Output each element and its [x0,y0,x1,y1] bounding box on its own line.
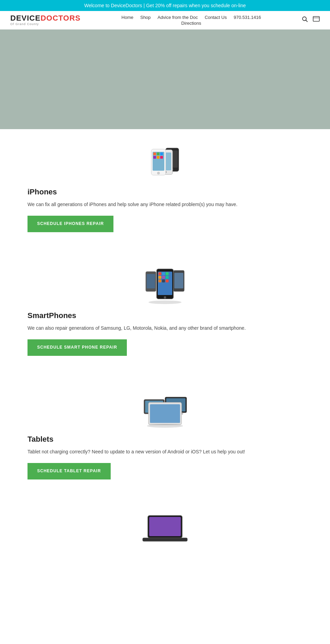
svg-rect-31 [158,279,162,282]
svg-rect-26 [162,272,165,275]
svg-rect-18 [160,156,163,159]
nav-contact[interactable]: Contact Us [205,15,227,20]
svg-point-34 [164,296,166,298]
iphones-illustration [141,143,189,181]
svg-rect-14 [157,152,160,155]
logo: DEVICEDOCTORS Of Grand County [10,14,81,26]
svg-line-1 [306,20,307,22]
iphones-section: iPhones We can fix all generations of iP… [0,129,330,253]
svg-rect-22 [147,274,155,289]
logo-doctors: DOCTORS [41,14,81,22]
schedule-iphones-button[interactable]: SCHEDULE IPHONES REPAIR [28,216,113,232]
nav-advice[interactable]: Advice from the Doc [157,15,198,20]
header: DEVICEDOCTORS Of Grand County Home Shop … [0,11,330,30]
smartphones-image-wrap [28,267,302,304]
svg-rect-16 [153,156,156,159]
nav-shop[interactable]: Shop [140,15,151,20]
svg-point-42 [181,413,183,415]
tablets-illustration [141,390,189,428]
svg-rect-41 [150,404,180,423]
svg-rect-2 [313,16,319,21]
svg-rect-30 [166,276,169,279]
logo-wordmark: DEVICEDOCTORS [10,14,81,22]
iphones-title: iPhones [28,188,302,196]
search-icon [302,16,308,22]
smartphones-illustration [141,267,189,304]
bottom-section [0,500,330,550]
svg-rect-13 [153,152,156,155]
nav-home[interactable]: Home [121,15,133,20]
schedule-smartphones-button[interactable]: SCHEDULE SMART PHONE REPAIR [28,339,127,356]
smartphones-section: SmartPhones We can also repair generatio… [0,253,330,376]
announcement-text: Welcome to DeviceDoctors | Get 20% off r… [84,3,246,8]
hero-image [0,30,330,129]
svg-rect-32 [162,279,165,282]
laptop-illustration [141,514,189,543]
svg-rect-29 [162,276,165,279]
search-button[interactable] [302,16,308,24]
laptop-image-wrap [28,514,302,543]
nav-row-1: Home Shop Advice from the Doc Contact Us… [121,15,261,20]
svg-rect-28 [158,276,162,279]
svg-point-35 [148,301,182,304]
svg-point-43 [147,424,183,428]
svg-rect-20 [174,273,183,289]
smartphones-description: We can also repair generations of Samsun… [28,324,302,332]
cart-icon [313,16,320,22]
tablets-image-wrap [28,390,302,428]
svg-rect-46 [143,538,187,541]
cart-button[interactable] [313,16,320,24]
svg-rect-27 [166,272,169,275]
svg-rect-33 [166,279,169,282]
tablets-section: Tablets Tablet not charging correctly? N… [0,376,330,500]
logo-device: DEVICE [10,14,41,22]
iphones-image-wrap [28,143,302,181]
svg-rect-25 [158,272,162,275]
logo-sub: Of Grand County [10,23,81,26]
svg-rect-17 [157,156,160,159]
svg-rect-45 [149,517,181,536]
svg-point-12 [157,172,160,174]
svg-rect-15 [160,152,163,155]
tablets-title: Tablets [28,435,302,444]
nav-row-2: Directions [181,21,201,26]
announcement-bar: Welcome to DeviceDoctors | Get 20% off r… [0,0,330,11]
nav-phone[interactable]: 970.531.1416 [234,15,261,20]
nav-center: Home Shop Advice from the Doc Contact Us… [121,15,261,26]
tablets-description: Tablet not charging correctly? Need to u… [28,448,302,455]
nav-icons [302,16,320,24]
iphones-description: We can fix all generations of iPhones an… [28,201,302,208]
nav-directions[interactable]: Directions [181,21,201,26]
schedule-tablets-button[interactable]: SCHEDULE TABLET REPAIR [28,463,111,479]
smartphones-title: SmartPhones [28,311,302,320]
